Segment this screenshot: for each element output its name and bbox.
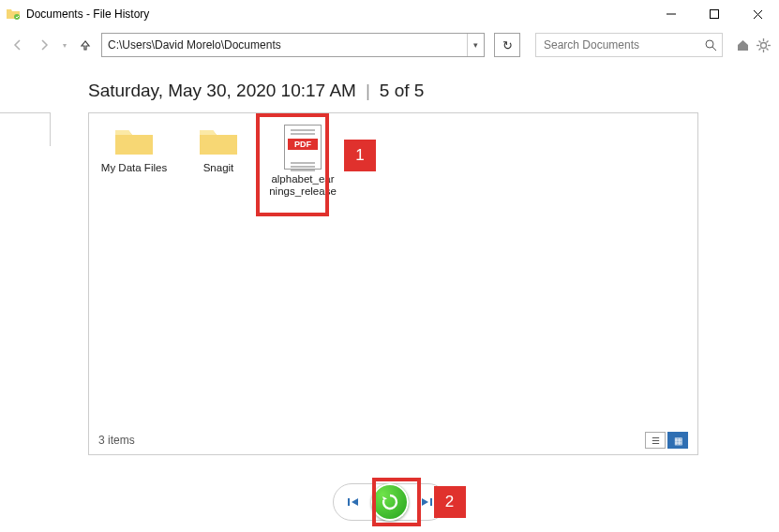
snapshot-timestamp: Saturday, May 30, 2020 10:17 AM xyxy=(88,81,356,101)
search-icon xyxy=(699,39,722,52)
search-box[interactable] xyxy=(535,33,723,57)
up-button[interactable] xyxy=(75,35,96,55)
snapshot-position: 5 of 5 xyxy=(380,81,425,101)
svg-line-4 xyxy=(754,10,762,19)
svg-rect-16 xyxy=(348,498,350,506)
header-separator: | xyxy=(366,81,370,101)
back-button[interactable] xyxy=(7,35,28,55)
svg-line-14 xyxy=(766,40,768,42)
status-bar: 3 items ☰ ▦ xyxy=(98,432,688,449)
svg-line-3 xyxy=(754,10,762,19)
address-input[interactable] xyxy=(102,34,467,56)
svg-line-15 xyxy=(758,48,760,50)
gear-icon[interactable] xyxy=(755,37,772,53)
annotation-box-2 xyxy=(372,478,421,526)
previous-version-button[interactable] xyxy=(343,492,364,512)
annotation-label-1: 1 xyxy=(344,140,376,171)
svg-rect-2 xyxy=(711,10,719,19)
toolbar: ▾ ▾ ↻ xyxy=(0,28,779,62)
status-count: 3 items xyxy=(98,434,135,447)
maximize-button[interactable] xyxy=(693,0,736,28)
svg-line-13 xyxy=(766,48,768,50)
title-bar: Documents - File History xyxy=(0,0,779,28)
annotation-box-1 xyxy=(256,113,329,216)
refresh-button[interactable]: ↻ xyxy=(494,33,520,57)
item-label: My Data Files xyxy=(101,162,167,174)
close-button[interactable] xyxy=(736,0,779,28)
file-panel: My Data Files Snagit PDF alphabet_earnin… xyxy=(88,112,698,455)
side-stub xyxy=(0,112,51,146)
svg-line-12 xyxy=(758,40,760,42)
view-details-button[interactable]: ☰ xyxy=(645,432,666,449)
svg-line-6 xyxy=(712,47,716,51)
item-label: Snagit xyxy=(203,162,234,174)
address-history-button[interactable]: ▾ xyxy=(467,34,484,56)
folder-icon xyxy=(198,125,239,158)
svg-rect-17 xyxy=(430,498,432,506)
svg-point-0 xyxy=(14,14,20,20)
recent-locations-button[interactable]: ▾ xyxy=(60,41,69,50)
home-icon[interactable] xyxy=(734,37,751,53)
svg-point-5 xyxy=(706,40,713,48)
folder-item[interactable]: My Data Files xyxy=(100,125,168,174)
page-header: Saturday, May 30, 2020 10:17 AM | 5 of 5 xyxy=(0,62,779,109)
forward-button[interactable] xyxy=(34,35,54,55)
app-icon xyxy=(6,7,21,22)
address-bar[interactable]: ▾ xyxy=(101,33,485,57)
minimize-button[interactable] xyxy=(650,0,693,28)
svg-point-7 xyxy=(760,42,766,48)
folder-item[interactable]: Snagit xyxy=(185,125,252,174)
view-icons-button[interactable]: ▦ xyxy=(667,432,688,449)
window-title: Documents - File History xyxy=(26,7,149,21)
item-grid: My Data Files Snagit PDF alphabet_earnin… xyxy=(100,125,686,198)
folder-icon xyxy=(113,125,155,158)
search-input[interactable] xyxy=(536,34,699,56)
annotation-label-2: 2 xyxy=(434,486,466,518)
